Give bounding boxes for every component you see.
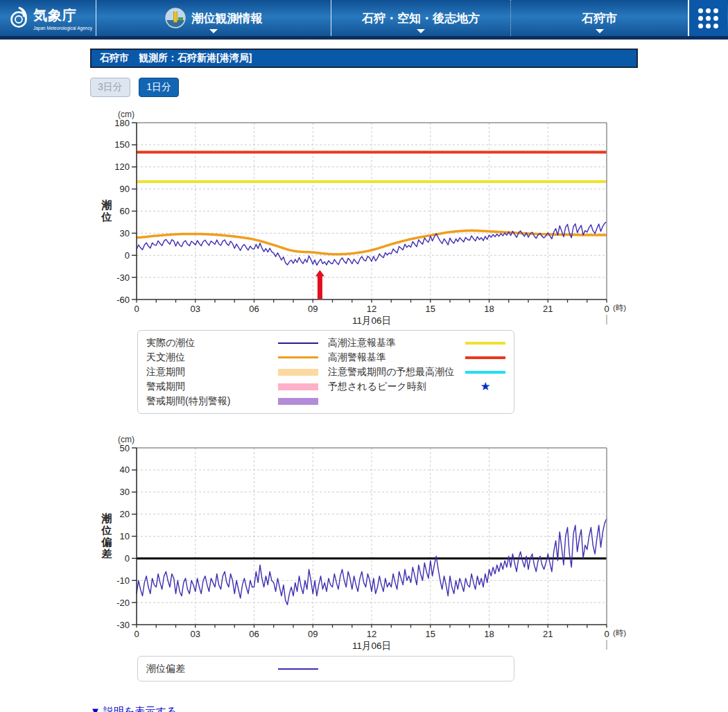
y-axis-title-char: 潮 <box>101 199 112 211</box>
legend-item: 天文潮位 <box>146 351 318 364</box>
legend-item: 警戒期間 <box>146 380 318 393</box>
x-tick-label: 0 <box>134 304 139 314</box>
y-tick-label: 60 <box>120 206 130 216</box>
x-tick-label: 03 <box>191 629 200 639</box>
y-unit-label: (cm) <box>118 435 135 444</box>
peak-time-star-icon: ★ <box>465 381 505 392</box>
show-description-link[interactable]: ▼ 説明を表示する <box>90 705 177 712</box>
legend-item: 実際の潮位 <box>146 336 318 349</box>
x-tick-label: 18 <box>484 629 494 639</box>
range-1day-button[interactable]: 1日分 <box>139 78 179 97</box>
y-tick-label: 40 <box>120 464 130 475</box>
red-time-marker-shaft <box>318 275 322 299</box>
legend-label: 実際の潮位 <box>146 337 278 349</box>
x-tick-label: 06 <box>249 304 259 314</box>
x-tick-label: 0 <box>134 629 139 639</box>
legend-label: 注意警戒期間の予想最高潮位 <box>328 366 465 379</box>
legend-item: 注意警戒期間の予想最高潮位 <box>328 365 505 379</box>
legend-item: 高潮注意報基準 <box>328 336 505 349</box>
date-label: 11月06日 <box>352 315 391 325</box>
jma-logo[interactable]: 気象庁 Japan Meteorological Agency <box>0 0 96 36</box>
emergency-period-swatch <box>278 398 318 405</box>
header-bottom-strip <box>0 36 728 40</box>
legend-label: 警戒期間(特別警報) <box>146 395 278 408</box>
nav-region-selector[interactable]: 石狩・空知・後志地方 <box>331 0 511 36</box>
legend-item: 注意期間 <box>146 365 318 379</box>
legend-label: 注意期間 <box>146 366 278 379</box>
tide-deviation-chart: 50403020100-10-20-300030609121518210(cm)… <box>97 432 631 650</box>
legend-item: 潮位偏差 <box>146 662 318 675</box>
y-tick-label: -10 <box>116 575 130 586</box>
y-axis-title-char: 位 <box>101 524 112 536</box>
y-axis-title-char: 位 <box>101 211 112 223</box>
top-navbar: 気象庁 Japan Meteorological Agency 潮位観測情報 石… <box>0 0 728 40</box>
legend-item: 高潮警報基準 <box>328 351 505 364</box>
caution-period-swatch <box>278 369 318 376</box>
chevron-down-icon <box>209 29 218 33</box>
y-tick-label: -60 <box>116 295 130 305</box>
legend-item: 予想されるピーク時刻★ <box>328 380 505 393</box>
warning-threshold-swatch <box>465 356 505 359</box>
nav-city-selector[interactable]: 石狩市 <box>511 0 688 36</box>
x-tick-label: 09 <box>308 629 318 639</box>
jma-logo-subtitle: Japan Meteorological Agency <box>33 26 92 31</box>
y-tick-label: 150 <box>114 139 130 150</box>
legend-item: 警戒期間(特別警報) <box>146 394 318 408</box>
x-tick-label: 15 <box>426 629 435 639</box>
legend-label: 予想されるピーク時刻 <box>328 381 465 393</box>
station-title-text: 石狩市 観測所：石狩新港[港湾局] <box>100 52 252 64</box>
x-tick-label: 03 <box>191 304 200 314</box>
x-tick-label: 09 <box>308 304 318 314</box>
date-label: 11月06日 <box>352 641 391 650</box>
y-tick-label: 30 <box>120 487 130 497</box>
x-tick-label: 06 <box>249 629 259 639</box>
actual-tide-swatch <box>278 342 318 344</box>
y-unit-label: (cm) <box>118 110 135 119</box>
y-tick-label: 0 <box>125 250 130 261</box>
x-unit-label: (時) <box>613 304 626 312</box>
warning-period-swatch <box>278 383 318 390</box>
forecast-max-swatch <box>465 371 505 374</box>
y-axis-title-char: 潮 <box>101 512 112 524</box>
y-tick-label: -30 <box>116 272 130 283</box>
x-tick-label: 15 <box>426 304 435 314</box>
grid-menu-button[interactable] <box>688 0 727 36</box>
y-tick-label: 30 <box>120 228 130 238</box>
chevron-down-icon <box>596 29 604 33</box>
tide-level-legend: 実際の潮位 天文潮位 注意期間 警戒期間 警戒期間(特別警報) 高潮注意報基準 … <box>137 330 514 414</box>
legend-label: 潮位偏差 <box>146 663 278 675</box>
chevron-down-icon <box>417 29 425 33</box>
y-tick-label: 20 <box>120 509 130 519</box>
y-tick-label: 90 <box>120 184 130 194</box>
station-title-bar: 石狩市 観測所：石狩新港[港湾局] <box>90 49 638 68</box>
jma-logo-title: 気象庁 <box>33 6 92 25</box>
y-tick-label: 120 <box>114 162 130 172</box>
legend-label: 警戒期間 <box>146 381 278 393</box>
x-tick-label: 0 <box>604 629 609 639</box>
y-axis-title-char: 差 <box>101 548 112 559</box>
y-tick-label: 10 <box>120 531 130 541</box>
tide-deviation-legend: 潮位偏差 <box>137 656 514 681</box>
y-tick-label: -30 <box>116 620 130 630</box>
nav-tide-observation-info[interactable]: 潮位観測情報 <box>96 0 331 36</box>
legend-label: 天文潮位 <box>146 351 278 364</box>
range-button-row: 3日分 1日分 <box>90 78 728 97</box>
x-tick-label: 0 <box>604 304 609 314</box>
legend-label: 高潮注意報基準 <box>328 337 465 349</box>
x-tick-label: 21 <box>543 629 553 639</box>
advisory-threshold-swatch <box>465 342 505 345</box>
x-tick-label: 12 <box>367 304 376 314</box>
x-unit-label: (時) <box>613 629 626 637</box>
jma-logo-icon <box>6 4 33 32</box>
astronomical-tide-swatch <box>278 356 318 358</box>
y-tick-label: 0 <box>125 553 130 564</box>
x-tick-label: 21 <box>543 304 553 314</box>
legend-label: 高潮警報基準 <box>328 351 465 364</box>
y-tick-label: -20 <box>116 598 130 608</box>
x-tick-label: 12 <box>367 629 376 639</box>
range-3day-button[interactable]: 3日分 <box>90 78 130 97</box>
deviation-swatch <box>278 668 318 670</box>
x-tick-label: 18 <box>484 304 494 314</box>
tide-level-chart: 1801501209060300-30-600030609121518210(c… <box>97 107 631 325</box>
y-axis-title-char: 偏 <box>101 536 112 548</box>
